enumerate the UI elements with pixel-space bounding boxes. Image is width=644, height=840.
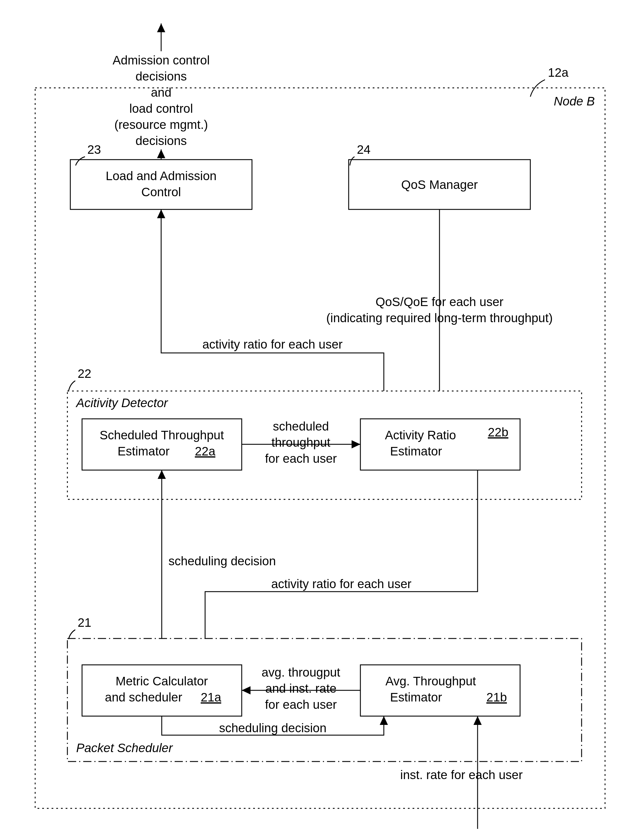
ref-22a: 22a [195, 444, 216, 458]
svg-text:Acitivity Detector: Acitivity Detector [75, 396, 168, 410]
svg-text:(indicating required long-term: (indicating required long-term throughpu… [326, 311, 553, 325]
svg-text:Metric Calculator: Metric Calculator [115, 674, 208, 688]
svg-text:scheduling decision: scheduling decision [168, 554, 276, 568]
svg-text:decisions: decisions [135, 69, 187, 83]
svg-text:inst. rate for each user: inst. rate for each user [400, 768, 523, 782]
ref-21b: 21b [486, 690, 507, 704]
svg-text:QoS Manager: QoS Manager [401, 178, 478, 192]
svg-text:Activity Ratio: Activity Ratio [385, 428, 456, 442]
svg-text:scheduling decision: scheduling decision [219, 721, 327, 735]
svg-text:Scheduled Throughput: Scheduled Throughput [100, 428, 224, 442]
svg-text:Load and Admission: Load and Admission [106, 169, 217, 183]
svg-text:Control: Control [141, 185, 181, 199]
svg-text:QoS/QoE for each user: QoS/QoE for each user [376, 295, 504, 309]
svg-text:activity ratio for each user: activity ratio for each user [202, 337, 343, 351]
svg-text:activity ratio for each user: activity ratio for each user [271, 577, 412, 591]
svg-text:Estimator: Estimator [390, 444, 442, 458]
svg-text:for each user: for each user [265, 452, 337, 465]
ref-22: 22 [78, 367, 91, 381]
svg-text:Avg. Throughput: Avg. Throughput [385, 674, 476, 688]
avg-throughput-estimator-box: Avg. Throughput Estimator 21b [360, 665, 520, 716]
svg-text:and scheduler: and scheduler [105, 690, 182, 704]
svg-rect-11 [70, 160, 252, 209]
ref-21a: 21a [201, 690, 222, 704]
scheduled-throughput-estimator-box: Scheduled Throughput Estimator 22a [82, 419, 242, 470]
svg-text:and: and [151, 85, 171, 99]
ref-21: 21 [78, 616, 91, 629]
activity-ratio-estimator-box: Activity Ratio Estimator 22b [360, 419, 520, 470]
ref-22b: 22b [488, 425, 508, 439]
svg-text:Packet Scheduler: Packet Scheduler [76, 741, 173, 755]
svg-text:and inst. rate: and inst. rate [265, 682, 337, 695]
svg-text:decisions: decisions [135, 134, 187, 148]
ref-23: 23 [87, 143, 101, 156]
svg-text:Admission control: Admission control [113, 53, 209, 67]
svg-text:Estimator: Estimator [117, 444, 169, 458]
svg-text:Estimator: Estimator [390, 690, 442, 704]
ref-12a: 12a [548, 66, 569, 79]
svg-text:avg. througput: avg. througput [262, 665, 340, 679]
svg-text:(resource mgmt.): (resource mgmt.) [114, 118, 208, 131]
svg-text:for each user: for each user [265, 698, 337, 711]
svg-text:scheduled: scheduled [273, 419, 329, 433]
node-b-label: Node B [554, 94, 595, 108]
svg-text:load control: load control [129, 102, 193, 115]
metric-calculator-box: Metric Calculator and scheduler 21a [82, 665, 242, 716]
svg-text:throughput: throughput [272, 436, 330, 449]
ref-24: 24 [357, 143, 371, 156]
